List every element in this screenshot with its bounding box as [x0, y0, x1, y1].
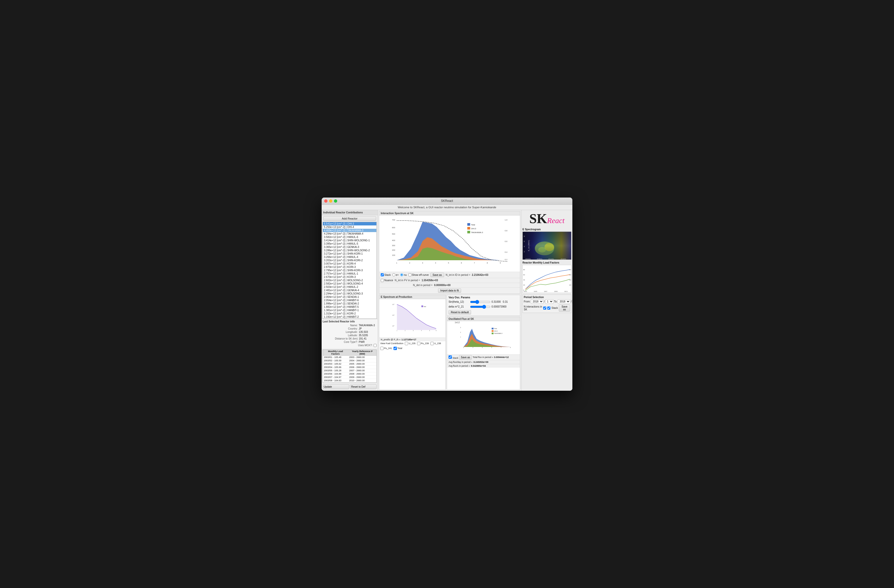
u238-label[interactable]: U_238 [430, 342, 441, 345]
sk-react-text: React [547, 216, 565, 225]
svg-text:10¹²: 10¹² [392, 325, 394, 326]
svg-text:9: 9 [500, 262, 501, 264]
reactor-item[interactable]: 3.414e+12 [cm^-2] | SHIN-WOLSONG-1 [323, 239, 376, 242]
osc-stack-checkbox[interactable] [449, 355, 452, 359]
osc-reset-button[interactable]: Reset to default [449, 310, 471, 314]
reactor-item[interactable]: 5.250e+13 [cm^-2] | OHI-4 [323, 225, 376, 229]
pu239-label[interactable]: Pu_239 [417, 342, 429, 345]
name-row: Name: TAKAHAMA-3 [323, 324, 377, 327]
monthly-cell: 2010 - 2660.00 [348, 379, 376, 382]
monthly-cell: 2005 - 2660.00 [348, 362, 376, 366]
reactor-item[interactable]: 1.192e+12 [cm^-2] | HANBIT-2 [323, 315, 376, 319]
monthly-cell: 2009 - 2660.00 [348, 375, 376, 379]
pu241-label[interactable]: Pu_241 [380, 347, 392, 350]
u235-checkbox[interactable] [405, 342, 408, 345]
reactor-item[interactable]: 2.503e+12 [cm^-2] | HANUL-2 [323, 285, 376, 289]
svg-text:200: 200 [569, 274, 571, 275]
pu241-checkbox[interactable] [380, 347, 384, 350]
osc-stack-label[interactable]: Stack [449, 355, 458, 359]
reactor-item[interactable]: 2.757e+12 [cm^-2] | HANUL-1 [323, 272, 376, 275]
uses-mox-checkbox[interactable] [374, 344, 377, 347]
sin-row: Sin(theta_12) 0.31000 0.31 [449, 300, 518, 304]
u238-checkbox[interactable] [430, 342, 434, 345]
oscillated-inner: 2 3 4 5 7 9 3 2 1 [447, 323, 520, 354]
reactor-item[interactable]: 2.481e+12 [cm^-2] | GENKAI-4 [323, 289, 376, 292]
period-save-as-button[interactable]: Save as [559, 304, 570, 311]
nu-radio[interactable] [400, 273, 403, 277]
reactor-item[interactable]: 3.395e+12 [cm^-2] | HANUL-5 [323, 242, 376, 245]
e-spectrum-title: E Spectrum at Production [379, 295, 445, 299]
monthly-cell: 2007 - 2660.00 [348, 369, 376, 372]
reactor-item[interactable]: 3.286e+12 [cm^-2] | SHIN-WOLSONG-2 [323, 249, 376, 252]
reset-button[interactable]: Reset to Def [350, 384, 377, 389]
oscillated-section: Vary Osc. Params Sin(theta_12) 0.31000 0… [447, 295, 520, 390]
stack-label[interactable]: Stack [381, 273, 391, 277]
eplus-label[interactable]: e+ [392, 273, 399, 277]
longitude-label: Longitude: [332, 331, 358, 333]
spectrogram-title: E Spectrogram [523, 228, 571, 231]
window-controls[interactable] [324, 200, 337, 203]
reactor-item[interactable]: 3.582e+12 [cm^-2] | HANUL-6 [323, 236, 376, 239]
core-type-value: PWR [359, 340, 377, 343]
reactor-item[interactable]: 1.310e+12 [cm^-2] | KORI-2 [323, 312, 376, 315]
reactor-item[interactable]: 2.064e+12 [cm^-2] | SENDAI-1 [323, 295, 376, 299]
save-as-button[interactable]: Save as [430, 273, 444, 277]
reactor-item[interactable]: 2.670e+12 [cm^-2] | KORI-3 [323, 275, 376, 279]
minimize-button[interactable] [329, 200, 332, 203]
reactor-item[interactable]: 3.266e+12 [cm^-2] | HANUL-4 [323, 255, 376, 259]
stack-period-checkbox[interactable] [547, 307, 550, 310]
reactor-item[interactable]: 1.996e+12 [cm^-2] | SENDAI-2 [323, 302, 376, 305]
delta-slider[interactable] [470, 305, 491, 309]
n-interactions-checkbox[interactable] [543, 307, 546, 310]
reactor-item[interactable]: 1.381e+12 [cm^-2] | HANBIT-1 [323, 308, 376, 312]
eplus-radio[interactable] [392, 273, 395, 277]
period-section: Period Selection From: 2018 / 1 To: 2018… [523, 295, 571, 313]
reactor-item[interactable]: 2.870e+12 [cm^-2] | KORI-3 [323, 265, 376, 269]
reactor-item[interactable]: 2.054e+12 [cm^-2] | HANBIT-6 [323, 299, 376, 302]
reactor-item[interactable]: 2.602e+12 [cm^-2] | WOLSONG-2 [323, 279, 376, 282]
maximize-button[interactable] [334, 200, 337, 203]
reactor-item[interactable]: 3.202e+12 [cm^-2] | SHIN-KORI-2 [323, 259, 376, 262]
stack-checkbox[interactable] [381, 273, 384, 277]
period-to-year-select[interactable]: 2018 [558, 299, 570, 304]
sin-slider[interactable] [470, 300, 491, 304]
country-value: JP [359, 327, 377, 330]
reactor-item[interactable]: 3.365e+12 [cm^-2] | GENKAI-3 [323, 245, 376, 249]
close-button[interactable] [324, 200, 328, 203]
latitude-row: Latitude: 35.5205 [323, 334, 377, 337]
period-to-month-select[interactable]: 12 [572, 299, 572, 304]
spectrogram-svg: 8 6 4 2 2004/01 2008/01 2012/01 2016/01 [523, 232, 571, 260]
total-fuel-label[interactable]: Total [394, 347, 402, 350]
reactor-item[interactable]: 4.294e+13 [cm^-2] | TAKAHAMA-4 [323, 232, 376, 236]
period-from-year-select[interactable]: 2018 [531, 299, 544, 304]
nuance-checkbox[interactable] [381, 279, 384, 282]
add-reactor-button[interactable]: Add Reactor [323, 216, 376, 221]
reactor-item[interactable]: 2.294e+12 [cm^-2] | WOLSONG-3 [323, 292, 376, 295]
monthly-col1: Monthly Load Factors [323, 350, 348, 356]
u235-label[interactable]: U_235 [405, 342, 415, 345]
reactor-item[interactable]: 2.582e+12 [cm^-2] | WOLSONG-4 [323, 282, 376, 285]
svg-text:3: 3 [413, 330, 414, 331]
osc-save-as-button[interactable]: Save as [459, 355, 472, 360]
update-button[interactable]: Update [323, 384, 349, 389]
reactor-item[interactable]: 6.541e+13 [cm^-2] | OHI-3 [323, 222, 376, 225]
pu239-checkbox[interactable] [417, 342, 420, 345]
reactor-item[interactable]: 3.007e+12 [cm^-2] | KORI-4 [323, 262, 376, 265]
total-fuel-checkbox[interactable] [394, 347, 397, 350]
reactor-item[interactable]: 4.469e+13 [cm^-2] | TAKAHAMA-3 [323, 229, 376, 232]
svg-text:5: 5 [491, 346, 492, 348]
nu-label[interactable]: nu [400, 273, 406, 277]
svg-text:2: 2 [463, 346, 464, 348]
import-button[interactable]: Import data to fit [438, 289, 461, 293]
reactor-item[interactable]: 3.272e+12 [cm^-2] | SHIN-KORI-1 [323, 252, 376, 255]
reactor-item[interactable]: 2.795e+12 [cm^-2] | SHIN-KORI-3 [323, 269, 376, 272]
uses-mox-row: Uses MOX?: [323, 344, 377, 347]
show-eff-label[interactable]: Show eff curve [408, 273, 429, 277]
show-eff-checkbox[interactable] [408, 273, 411, 277]
period-from-month-select[interactable]: 1 [545, 299, 553, 304]
reactor-item[interactable]: 1.882e+12 [cm^-2] | HANBIT-5 [323, 305, 376, 308]
svg-rect-54 [492, 328, 493, 329]
svg-text:TAKAHAMA-3: TAKAHAMA-3 [494, 333, 502, 334]
main-window: SKReact Welcome to SKReact, a GUI reacto… [322, 198, 572, 391]
svg-text:18/05: 18/05 [534, 290, 537, 292]
